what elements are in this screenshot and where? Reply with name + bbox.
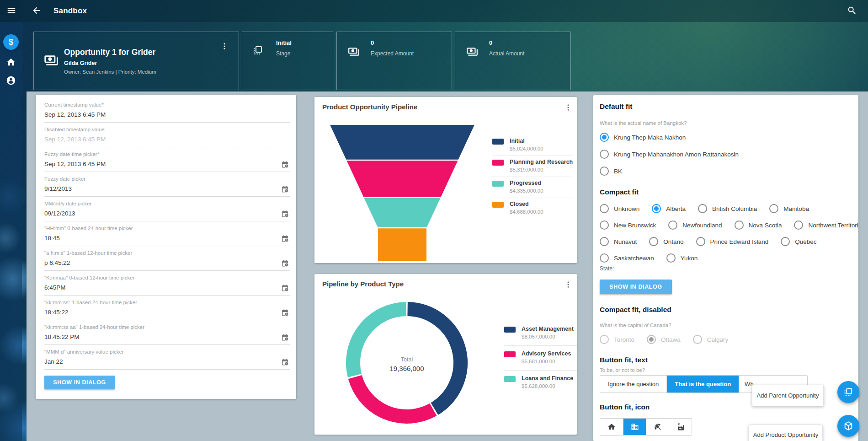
radio-label: Ottawa <box>661 336 681 343</box>
funnel-segment[interactable] <box>364 198 441 227</box>
cube-icon <box>843 421 853 431</box>
picker-value[interactable]: p 6:45:22 <box>44 259 290 267</box>
office-building-icon[interactable] <box>623 419 646 435</box>
opportunity-card[interactable]: Opportunity 1 for Grider Gilda Grider Ow… <box>33 32 239 90</box>
radio-icon <box>649 237 658 246</box>
calendar-clock-icon[interactable] <box>281 333 289 341</box>
calendar-clock-icon[interactable] <box>281 235 289 242</box>
picker-value[interactable]: Sep 12, 2013 6:45 PM <box>44 161 290 168</box>
radio-label: Yukon <box>681 255 698 262</box>
legend-item[interactable]: Initial$5,024,000.00 <box>492 135 573 156</box>
legend-item[interactable]: Advisory Services$5,681,000.00 <box>504 345 577 370</box>
radio-option[interactable]: Yukon <box>666 253 698 263</box>
radio-option[interactable]: British Columbia <box>698 204 757 213</box>
radio-option[interactable]: Nova Scotia <box>735 220 782 230</box>
radio-icon <box>769 204 778 213</box>
question-text: To be, or not to be? <box>600 367 851 373</box>
expected-amount-card[interactable]: 0 Expected Amount <box>336 32 452 90</box>
radio-option[interactable]: BK <box>600 167 622 176</box>
radio-label: Toronto <box>614 336 634 343</box>
legend-item[interactable]: Progressed$4,335,000.00 <box>492 177 573 198</box>
picker-value[interactable]: 18:45:22 PM <box>44 333 290 341</box>
radio-option[interactable]: Saskatchewan <box>600 253 654 263</box>
legend-item[interactable]: Planning and Research$5,319,000.00 <box>492 156 573 177</box>
text-segment-button[interactable]: Ignore the question <box>600 376 666 393</box>
picker-value[interactable]: 6:45PM <box>44 284 290 291</box>
show-in-dialog-button[interactable]: SHOW IN DIALOG <box>44 376 115 389</box>
radio-option[interactable]: Alberta <box>652 204 686 213</box>
legend-color-chip <box>492 139 504 145</box>
stage-card[interactable]: Initial Stage <box>242 32 333 90</box>
beach-umbrella-icon[interactable] <box>646 419 669 435</box>
factory-icon[interactable] <box>669 419 692 435</box>
radio-option[interactable]: Krung Thep Maka Nakhon <box>600 133 686 142</box>
stat-value: 0 <box>371 39 374 46</box>
add-product-opportunity-fab[interactable] <box>837 415 859 437</box>
radio-option[interactable]: Manitoba <box>769 204 809 213</box>
picker-field[interactable]: "K:mmaa" 0-based 12-hour time picker6:45… <box>44 271 290 296</box>
funnel-segment[interactable] <box>378 228 426 261</box>
picker-field[interactable]: "MMM d" anniversary value pickerJan 22 <box>44 345 290 370</box>
calendar-clock-icon[interactable] <box>281 309 289 317</box>
calendar-clock-icon[interactable] <box>281 185 289 193</box>
add-parent-opportunity-fab[interactable] <box>837 381 859 403</box>
radio-label: Krung Thep Maka Nakhon <box>614 134 686 141</box>
picker-field[interactable]: "HH:mm" 0-based 24-hour time picker18:45 <box>44 221 290 246</box>
radio-option[interactable]: Ontario <box>649 237 683 246</box>
donut-segment[interactable] <box>355 377 433 416</box>
picker-value[interactable]: 9/12/2013 <box>44 185 290 193</box>
legend-item[interactable]: Closed$4,688,000.00 <box>492 198 573 219</box>
legend-item[interactable]: Loans and Finance$5,628,000.00 <box>504 370 577 395</box>
radio-option[interactable]: Unknown <box>600 204 639 213</box>
opportunity-kebab-menu-icon[interactable] <box>220 42 229 51</box>
calendar-clock-icon[interactable] <box>281 259 289 267</box>
picker-value[interactable]: Sep 12, 2013 6:45 PM <box>44 111 290 118</box>
money-fab[interactable]: $ <box>3 34 19 50</box>
radio-row: SaskatchewanYukon <box>600 253 851 264</box>
picker-field[interactable]: MM/dd/y date picker09/12/2013 <box>44 197 290 221</box>
legend-color-chip <box>504 376 516 382</box>
search-icon[interactable] <box>847 5 857 16</box>
picker-value[interactable]: 18:45:22 <box>44 309 290 316</box>
radio-option[interactable]: Krung Thep Mahanakhon Amon Rattanakosin <box>600 150 739 159</box>
radio-option[interactable]: New Brunswick <box>600 220 656 230</box>
picker-field[interactable]: Fuzzy date-time picker*Sep 12, 2013 6:45… <box>44 147 290 172</box>
legend-item[interactable]: Asset Management$8,057,000.00 <box>504 321 577 345</box>
text-segment-button[interactable]: That is the question <box>666 376 739 393</box>
opportunity-title: Opportunity 1 for Grider <box>64 48 155 57</box>
calendar-clock-icon[interactable] <box>281 284 289 292</box>
radio-option[interactable]: Northwest Territories <box>794 220 858 230</box>
stat-label: Expected Amount <box>371 50 414 57</box>
picker-label: "MMM d" anniversary value picker <box>44 349 290 355</box>
radio-option[interactable]: Nunavut <box>600 237 637 246</box>
home-icon[interactable] <box>5 57 16 68</box>
back-arrow-icon[interactable] <box>31 5 42 16</box>
picker-value[interactable]: 09/12/2013 <box>44 210 290 217</box>
picker-field[interactable]: Current timestamp value*Sep 12, 2013 6:4… <box>44 98 290 123</box>
picker-field[interactable]: Fuzzy date picker9/12/2013 <box>44 172 290 197</box>
payments-icon <box>348 46 360 58</box>
picker-value[interactable]: Jan 22 <box>44 358 290 366</box>
picker-value[interactable]: 18:45 <box>44 235 290 242</box>
funnel-segment[interactable] <box>330 125 474 160</box>
sidebar: $ <box>0 22 22 441</box>
legend-color-chip <box>504 327 516 333</box>
calendar-clock-icon[interactable] <box>281 358 289 366</box>
hamburger-menu-icon[interactable] <box>6 5 17 16</box>
radio-option[interactable]: Québec <box>781 237 816 246</box>
show-in-dialog-button[interactable]: SHOW IN DIALOG <box>600 280 672 294</box>
funnel-segment[interactable] <box>347 161 458 197</box>
radio-option[interactable]: Newfoundland <box>668 220 722 230</box>
radio-icon <box>600 133 609 142</box>
home-icon[interactable] <box>600 419 623 435</box>
calendar-clock-icon[interactable] <box>281 210 289 218</box>
picker-field[interactable]: "kk:mm:ss" 1-based 24-hour time picker18… <box>44 296 290 320</box>
calendar-clock-icon[interactable] <box>281 161 289 168</box>
radio-icon <box>652 204 661 213</box>
picker-field[interactable]: "kk:mm:ss aa" 1-based 24-hour time picke… <box>44 320 290 345</box>
radio-option[interactable]: Prince Edward Island <box>696 237 769 246</box>
donut-chart-card: Pipeline by Product Type Total 19,366,00… <box>314 274 577 435</box>
actual-amount-card[interactable]: 0 Actual Amount <box>455 32 571 90</box>
person-icon[interactable] <box>5 75 16 86</box>
picker-field[interactable]: "a h:m:s" 1-based 12-hour time pickerp 6… <box>44 246 290 271</box>
